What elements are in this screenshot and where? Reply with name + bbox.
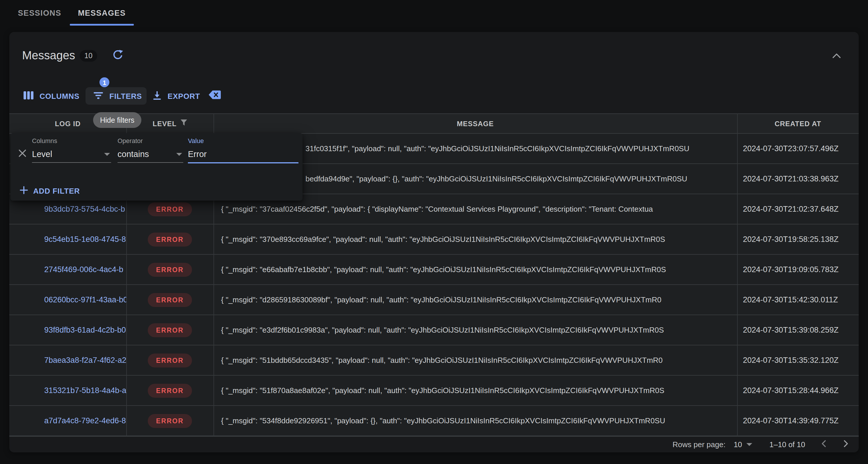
message-count-badge: 10 <box>80 50 97 62</box>
log-id-link[interactable]: 9c54eb15-1e08-4745-8 <box>9 225 126 254</box>
log-id-link[interactable]: 315321b7-5b18-4a4b-a0 <box>9 376 126 405</box>
caret-down-icon <box>176 153 182 156</box>
created-at-cell: 2024-07-30T14:39:49.775Z <box>737 406 859 435</box>
filter-value-text: Error <box>188 150 207 159</box>
error-badge: ERROR <box>148 323 192 337</box>
clear-filters-button[interactable] <box>208 90 222 102</box>
created-at-cell: 2024-07-30T21:03:38.963Z <box>737 164 859 194</box>
error-badge: ERROR <box>148 414 192 428</box>
pagination-range: 1–10 of 10 <box>769 440 805 449</box>
filter-operator-select[interactable]: Operator contains <box>118 136 183 163</box>
columns-button-label: COLUMNS <box>39 92 80 100</box>
active-tab-indicator <box>70 24 134 25</box>
x-icon <box>18 149 27 160</box>
filter-popup: Columns Level Operator contains Value Er… <box>10 133 303 201</box>
level-cell: ERROR <box>126 255 214 284</box>
message-cell: { "_msgid": "e66abafb7e1b8cbb", "payload… <box>214 255 737 284</box>
column-header-level-label: LEVEL <box>153 120 177 128</box>
tab-sessions[interactable]: SESSIONS <box>9 0 70 26</box>
rows-per-page-select[interactable]: 10 <box>734 440 752 449</box>
message-cell: { "_msgid": "370e893cc69a9fce", "payload… <box>214 225 737 254</box>
filter-list-icon <box>93 91 103 101</box>
log-id-link[interactable]: 7baea3a8-f2a7-4f62-a2 <box>9 345 126 375</box>
level-cell: ERROR <box>126 406 214 435</box>
log-id-link[interactable]: 06260bcc-97f1-43aa-b0 <box>9 285 126 314</box>
error-badge: ERROR <box>148 293 192 307</box>
column-separator <box>737 113 738 436</box>
column-header-created-at[interactable]: CREATED AT <box>737 114 859 133</box>
filter-value-label: Value <box>188 137 204 144</box>
filter-column-label: Columns <box>32 137 57 144</box>
caret-down-icon <box>104 153 110 156</box>
error-badge: ERROR <box>148 384 192 397</box>
view-columns-icon <box>23 91 34 101</box>
level-cell: ERROR <box>126 376 214 405</box>
table-row[interactable]: a7d7a4c8-79e2-4ed6-8ERROR{ "_msgid": "53… <box>9 406 859 436</box>
created-at-cell: 2024-07-30T15:42:30.011Z <box>737 285 859 314</box>
refresh-button[interactable] <box>111 49 124 62</box>
level-cell: ERROR <box>126 225 214 254</box>
remove-filter-button[interactable] <box>18 149 27 160</box>
table-footer: Rows per page: 10 1–10 of 10 <box>9 436 859 452</box>
columns-button[interactable]: COLUMNS <box>23 87 80 105</box>
table-row[interactable]: 93f8dfb3-61ad-4c2b-b0ERROR{ "_msgid": "e… <box>9 315 859 345</box>
error-badge: ERROR <box>148 353 192 367</box>
table-row[interactable]: 2745f469-006c-4ac4-bERROR{ "_msgid": "e6… <box>9 255 859 285</box>
export-button-label: EXPORT <box>167 92 200 100</box>
plus-icon <box>20 186 28 196</box>
created-at-cell: 2024-07-30T15:28:44.966Z <box>737 376 859 405</box>
message-cell: { "_msgid": "d2865918630089bf", "payload… <box>214 285 737 314</box>
filter-operator-value: contains <box>118 150 149 159</box>
next-page-button[interactable] <box>842 439 849 450</box>
filters-button-label: FILTERS <box>110 92 142 100</box>
log-id-link[interactable]: 93f8dfb3-61ad-4c2b-b0 <box>9 315 126 345</box>
error-badge: ERROR <box>148 232 192 246</box>
page-title: Messages <box>22 49 75 62</box>
funnel-icon[interactable] <box>180 119 187 128</box>
chevron-left-icon <box>820 439 827 450</box>
tab-messages[interactable]: MESSAGES <box>70 0 134 26</box>
table-row[interactable]: 7baea3a8-f2a7-4f62-a2ERROR{ "_msgid": "5… <box>9 345 859 376</box>
column-header-message[interactable]: MESSAGE <box>214 114 737 133</box>
level-cell: ERROR <box>126 285 214 314</box>
level-cell: ERROR <box>126 315 214 345</box>
table-row[interactable]: 315321b7-5b18-4a4b-a0ERROR{ "_msgid": "5… <box>9 376 859 406</box>
created-at-cell: 2024-07-30T21:02:37.648Z <box>737 194 859 224</box>
error-badge: ERROR <box>148 263 192 276</box>
table-row[interactable]: 06260bcc-97f1-43aa-b0ERROR{ "_msgid": "d… <box>9 285 859 315</box>
level-cell: ERROR <box>126 345 214 375</box>
top-tab-bar: SESSIONS MESSAGES <box>0 0 868 26</box>
created-at-cell: 2024-07-30T23:07:57.496Z <box>737 134 859 163</box>
add-filter-label: ADD FILTER <box>33 186 80 195</box>
filter-value-input[interactable]: Value Error <box>188 136 299 163</box>
backspace-x-icon <box>208 90 221 102</box>
error-badge: ERROR <box>148 202 192 216</box>
add-filter-button[interactable]: ADD FILTER <box>20 184 80 197</box>
filters-count-badge: 1 <box>99 77 110 87</box>
filter-column-value: Level <box>32 150 52 159</box>
refresh-icon <box>112 49 123 63</box>
log-id-link[interactable]: a7d7a4c8-79e2-4ed6-8 <box>9 406 126 435</box>
message-cell: { "_msgid": "534f8dde92926951", "payload… <box>214 406 737 435</box>
collapse-panel-button[interactable] <box>830 49 843 63</box>
export-button[interactable]: EXPORT <box>152 87 200 105</box>
created-at-cell: 2024-07-30T15:35:32.120Z <box>737 345 859 375</box>
rows-per-page-label: Rows per page: <box>673 440 725 449</box>
download-icon <box>152 91 162 101</box>
filter-operator-label: Operator <box>118 137 143 144</box>
table-row[interactable]: 9c54eb15-1e08-4745-8ERROR{ "_msgid": "37… <box>9 225 859 255</box>
filters-button[interactable]: FILTERS <box>86 87 147 105</box>
caret-down-icon <box>746 443 752 446</box>
filter-column-select[interactable]: Columns Level <box>32 136 111 163</box>
log-id-link[interactable]: 2745f469-006c-4ac4-b <box>9 255 126 284</box>
messages-panel: Messages 10 <box>9 32 859 452</box>
message-cell: { "_msgid": "51f870a8ae8af02e", "payload… <box>214 376 737 405</box>
message-cell: { "_msgid": "51bddb65dccd3435", "payload… <box>214 345 737 375</box>
previous-page-button[interactable] <box>820 439 827 450</box>
chevron-up-icon <box>832 51 841 61</box>
message-cell: { "_msgid": "e3df2f6b01c9983a", "payload… <box>214 315 737 345</box>
created-at-cell: 2024-07-30T19:58:25.138Z <box>737 225 859 254</box>
created-at-cell: 2024-07-30T19:09:05.783Z <box>737 255 859 284</box>
messages-page: SESSIONS MESSAGES Messages 10 <box>0 0 868 464</box>
hide-filters-tooltip: Hide filters <box>93 112 142 128</box>
